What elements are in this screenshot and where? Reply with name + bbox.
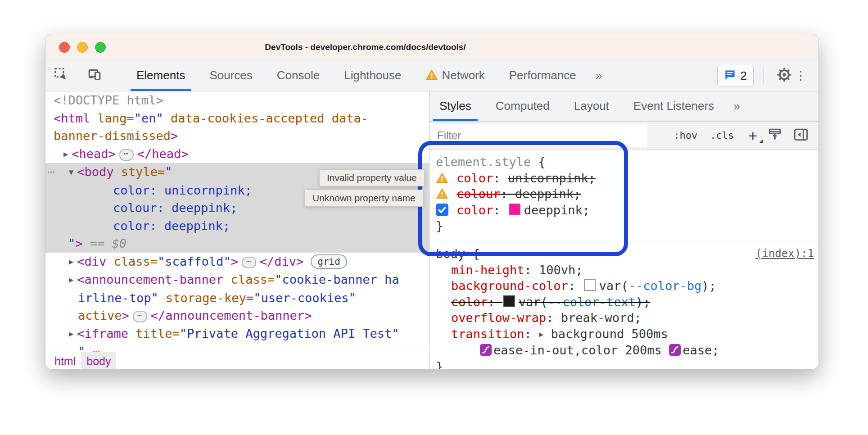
- dom-tree-row[interactable]: " ⋯: [45, 343, 429, 352]
- style-declaration[interactable]: element.style {: [429, 154, 818, 170]
- code-token: ▶: [63, 150, 68, 159]
- code-token: ease-in-out,color 200ms: [493, 343, 669, 357]
- style-declaration[interactable]: colour: deeppink;: [429, 186, 818, 202]
- tab-event-listeners[interactable]: Event Listeners: [627, 91, 720, 121]
- dom-tree-row[interactable]: ▶<announcement-banner class="cookie-bann…: [45, 271, 429, 289]
- style-declaration[interactable]: }: [429, 358, 818, 370]
- declaration-checkbox[interactable]: [436, 204, 448, 216]
- code-token: "cookie-banner ha: [275, 272, 399, 286]
- code-token: <announcement-banner: [77, 272, 223, 286]
- code-token: "en": [134, 111, 163, 125]
- color-swatch[interactable]: [584, 279, 596, 291]
- sidebar-tab-strip: Styles Computed Layout Event Listeners »: [429, 91, 818, 122]
- dom-tree-row[interactable]: color: deeppink;: [45, 217, 429, 235]
- color-swatch[interactable]: [509, 204, 520, 215]
- dom-tree-row[interactable]: banner-dismissed>: [45, 127, 429, 145]
- code-token: overflow-wrap: [451, 311, 546, 325]
- code-token: <iframe: [77, 326, 128, 340]
- code-token: :: [488, 295, 502, 309]
- code-token: ▼: [69, 168, 73, 177]
- code-token: :: [568, 279, 583, 293]
- code-token: ==: [83, 236, 112, 250]
- tab-layout[interactable]: Layout: [568, 91, 615, 121]
- dom-tree-row[interactable]: <!DOCTYPE html>: [45, 91, 429, 109]
- devtools-toolbar: Elements Sources Console Lighthouse Netw…: [45, 60, 818, 91]
- toolbar-divider: [115, 67, 115, 84]
- code-token: --color-bg: [628, 279, 702, 293]
- code-token: );: [636, 295, 651, 309]
- code-token: :: [524, 327, 539, 341]
- tab-network[interactable]: Network: [413, 60, 497, 91]
- code-token: }: [436, 359, 443, 370]
- toggle-sidebar-panel-button[interactable]: [793, 128, 809, 143]
- code-token: ▶: [539, 330, 543, 339]
- dom-tree-row[interactable]: <html lang="en" data-cookies-accepted da…: [45, 109, 429, 127]
- expand-children-button[interactable]: ⋯: [133, 311, 147, 322]
- code-token: min-height: [451, 263, 524, 277]
- tab-performance[interactable]: Performance: [497, 60, 588, 91]
- toggle-class-button[interactable]: .cls: [710, 130, 734, 141]
- bezier-icon[interactable]: [480, 344, 492, 355]
- paint-brush-icon: [767, 127, 782, 144]
- filter-input[interactable]: [431, 124, 647, 147]
- code-token: ⋯: [85, 344, 107, 352]
- inspect-element-button[interactable]: [51, 65, 72, 86]
- dom-tree-row[interactable]: "> == $0: [45, 235, 429, 253]
- body-style-rule: body {(index):1min-height: 100vh;backgro…: [429, 241, 818, 370]
- issues-counter-button[interactable]: 2: [717, 65, 754, 86]
- style-declaration[interactable]: body {(index):1: [429, 246, 818, 262]
- dom-tree-row[interactable]: ▶<div class="scaffold">⋯</div>grid: [45, 253, 429, 271]
- more-tabs-button[interactable]: »: [588, 69, 610, 83]
- tab-console[interactable]: Console: [265, 60, 332, 91]
- code-token: (index):1: [755, 246, 814, 262]
- new-style-rule-button[interactable]: +: [748, 129, 757, 142]
- tab-lighthouse[interactable]: Lighthouse: [332, 60, 413, 91]
- screenshot-canvas: { "window": { "title": "DevTools - devel…: [0, 0, 868, 435]
- style-declaration[interactable]: min-height: 100vh;: [429, 262, 818, 278]
- expand-children-button[interactable]: ⋯: [119, 149, 134, 161]
- settings-button[interactable]: [774, 65, 795, 86]
- tab-computed[interactable]: Computed: [489, 91, 556, 121]
- code-token: element.style: [436, 155, 531, 169]
- code-token: title=: [128, 326, 180, 340]
- code-token: <body: [77, 165, 113, 179]
- bezier-icon[interactable]: [669, 344, 681, 355]
- style-declaration[interactable]: background-color: var(--color-bg);: [429, 278, 818, 294]
- style-declaration[interactable]: overflow-wrap: break-word;: [429, 310, 818, 326]
- color-swatch[interactable]: [503, 295, 515, 307]
- gear-icon: [777, 67, 792, 84]
- style-declaration[interactable]: ease-in-out,color 200ms ease;: [429, 342, 818, 358]
- grid-badge[interactable]: grid: [311, 254, 347, 269]
- dom-tree-row[interactable]: irline-top" storage-key="user-cookies": [45, 289, 429, 307]
- code-token: <!DOCTYPE html>: [54, 93, 163, 107]
- style-declaration[interactable]: color: unicornpink;: [429, 170, 818, 186]
- element-style-rule: element.style {color: unicornpink;colour…: [429, 150, 818, 241]
- code-token: --color-text: [548, 295, 636, 309]
- style-declaration[interactable]: }: [429, 218, 818, 234]
- style-declaration[interactable]: color: deeppink;: [429, 202, 818, 218]
- breadcrumb-item-html[interactable]: html: [49, 352, 81, 370]
- style-declaration[interactable]: transition: ▶ background 500ms: [429, 326, 818, 343]
- toggle-device-toolbar-button[interactable]: [84, 65, 105, 86]
- dom-tree-row[interactable]: active>⋯</announcement-banner>: [45, 307, 429, 325]
- more-sidebar-tabs-button[interactable]: »: [726, 100, 748, 113]
- dom-tree-row[interactable]: ▶<head>⋯</head>: [45, 145, 429, 163]
- code-token: color: [451, 295, 488, 309]
- invalid-value-tooltip: Invalid property value: [319, 169, 425, 186]
- tab-elements[interactable]: Elements: [124, 60, 197, 91]
- code-token: :: [493, 203, 508, 217]
- code-token: <head>: [72, 147, 116, 161]
- tab-styles[interactable]: Styles: [433, 91, 478, 121]
- main-menu-button[interactable]: ⋮: [795, 68, 807, 83]
- dom-tree-row[interactable]: ▶<iframe title="Private Aggregation API …: [45, 325, 429, 343]
- plus-icon: +: [748, 127, 757, 144]
- tab-sources[interactable]: Sources: [197, 60, 264, 91]
- style-declaration[interactable]: color: var(--color-text);: [429, 294, 818, 310]
- style-editor-button[interactable]: [767, 128, 782, 143]
- expand-children-button[interactable]: ⋯: [242, 257, 256, 268]
- toggle-hover-state-button[interactable]: :hov: [674, 130, 697, 141]
- code-token: :: [493, 171, 508, 185]
- breadcrumb-item-body[interactable]: body: [81, 352, 116, 370]
- code-token: var(: [519, 295, 548, 309]
- code-token: irline-top": [78, 291, 158, 305]
